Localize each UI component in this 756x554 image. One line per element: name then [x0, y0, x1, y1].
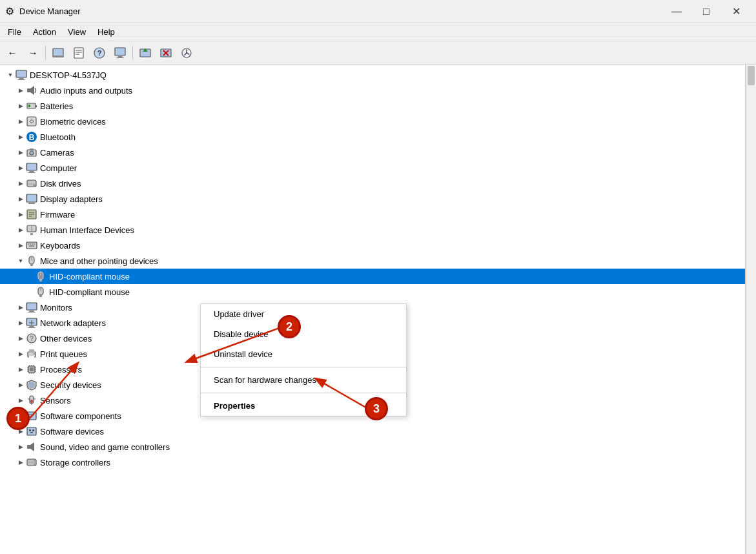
context-menu-sep-2: [201, 393, 406, 393]
cameras-expand: ▶: [15, 147, 26, 158]
svg-rect-99: [32, 429, 34, 431]
svg-marker-21: [30, 86, 34, 95]
context-menu-sep-1: [201, 367, 406, 367]
context-menu-update-driver[interactable]: Update driver: [201, 304, 406, 324]
device-tree[interactable]: ▼ DESKTOP-4L537JQ ▶ Audio inputs and: [0, 65, 746, 554]
tree-item-biometric[interactable]: ▶ Biometric devices: [0, 114, 745, 129]
svg-rect-90: [30, 400, 33, 403]
toolbar-device-list[interactable]: [110, 44, 130, 62]
svg-rect-57: [39, 280, 42, 282]
svg-rect-10: [116, 57, 124, 58]
svg-rect-74: [34, 353, 35, 354]
hid-icon: [26, 224, 37, 236]
sensors-label: Sensors: [40, 396, 71, 405]
tree-item-mice[interactable]: ▼ Mice and other pointing devices: [0, 253, 745, 269]
toolbar-back[interactable]: ←: [3, 44, 22, 62]
hid-mouse2-icon: [35, 286, 46, 298]
tree-item-keyboards[interactable]: ▶ Keyboards: [0, 238, 745, 253]
tree-item-storage[interactable]: ▶ Storage controllers: [0, 455, 745, 470]
annotation-2: 2: [278, 315, 301, 338]
svg-point-105: [34, 460, 35, 461]
svg-rect-20: [27, 88, 30, 92]
tree-item-audio[interactable]: ▶ Audio inputs and outputs: [0, 83, 745, 98]
menu-file[interactable]: File: [3, 25, 26, 39]
print-label: Print queues: [40, 349, 87, 359]
tree-item-sw-devices[interactable]: ▶ Software devices: [0, 424, 745, 439]
hid-mouse2-expand: [28, 287, 35, 297]
tree-item-sound[interactable]: ▶ Sound, video and game controllers: [0, 439, 745, 455]
toolbar: ← → ?: [0, 41, 756, 65]
context-menu-uninstall[interactable]: Uninstall device: [201, 344, 406, 364]
toolbar-drivers[interactable]: [69, 44, 88, 62]
annotation-1: 1: [6, 407, 30, 430]
menu-action[interactable]: Action: [28, 25, 61, 39]
print-expand: ▶: [15, 349, 26, 359]
window-controls: — □ ✕: [662, 2, 751, 21]
other-label: Other devices: [40, 334, 92, 344]
tree-item-cameras[interactable]: ▶ Cameras: [0, 145, 745, 160]
title-bar: ⚙ Device Manager — □ ✕: [0, 0, 756, 23]
toolbar-uninstall[interactable]: [156, 44, 176, 62]
monitors-icon: [26, 302, 37, 313]
toolbar-help[interactable]: ?: [90, 44, 109, 62]
monitors-label: Monitors: [40, 303, 72, 313]
context-menu-scan[interactable]: Scan for hardware changes: [201, 370, 406, 390]
monitors-expand: ▶: [15, 302, 26, 313]
scrollbar[interactable]: [746, 65, 756, 554]
toolbar-forward[interactable]: →: [23, 44, 43, 62]
network-label: Network adapters: [40, 318, 106, 328]
tree-item-batteries[interactable]: ▶ Batteries: [0, 98, 745, 114]
sw-devices-label: Software devices: [40, 427, 104, 436]
svg-rect-9: [117, 56, 123, 57]
svg-point-29: [30, 151, 34, 155]
cameras-icon: [26, 147, 37, 158]
svg-rect-37: [26, 194, 37, 202]
tree-item-hid[interactable]: ▶ Human Interface Devices: [0, 222, 745, 238]
sw-components-label: Software components: [40, 411, 121, 421]
hid-mouse1-icon: [35, 271, 46, 282]
network-icon: [26, 317, 37, 329]
root-computer-icon: [15, 69, 27, 81]
svg-text:?: ?: [30, 335, 34, 342]
keyboards-label: Keyboards: [40, 241, 80, 251]
sound-label: Sound, video and game controllers: [40, 442, 170, 452]
toolbar-update[interactable]: [136, 44, 155, 62]
bluetooth-expand: ▶: [15, 132, 26, 142]
close-button[interactable]: ✕: [721, 2, 751, 21]
context-menu-disable[interactable]: Disable device: [201, 324, 406, 344]
tree-item-display[interactable]: ▶ Display adapters: [0, 191, 745, 207]
tree-item-disk[interactable]: ▶ Disk drives: [0, 176, 745, 191]
toolbar-scan[interactable]: [177, 44, 196, 62]
maximize-button[interactable]: □: [691, 2, 721, 21]
svg-rect-2: [74, 48, 83, 58]
svg-point-36: [34, 185, 36, 187]
display-expand: ▶: [15, 194, 26, 204]
menu-help[interactable]: Help: [92, 25, 120, 39]
other-icon: ?: [26, 333, 37, 344]
tree-item-hid-mouse-1[interactable]: HID-compliant mouse: [0, 269, 745, 284]
svg-rect-65: [29, 326, 34, 327]
tree-item-computer[interactable]: ▶ Computer: [0, 160, 745, 176]
keyboards-icon: [26, 240, 37, 251]
storage-label: Storage controllers: [40, 458, 110, 467]
display-label: Display adapters: [40, 194, 103, 204]
audio-expand: ▶: [15, 85, 26, 96]
tree-item-hid-mouse-2[interactable]: HID-compliant mouse: [0, 284, 745, 300]
keyboards-expand: ▶: [15, 240, 26, 251]
minimize-button[interactable]: —: [662, 2, 691, 21]
svg-rect-100: [30, 432, 33, 433]
svg-rect-30: [30, 149, 34, 150]
tree-item-firmware[interactable]: ▶ Firmware: [0, 207, 745, 222]
print-icon: [26, 348, 37, 360]
svg-point-106: [34, 464, 35, 465]
tree-item-bluetooth[interactable]: ▶ B Bluetooth: [0, 129, 745, 145]
tree-root[interactable]: ▼ DESKTOP-4L537JQ: [0, 67, 745, 83]
toolbar-properties[interactable]: [48, 44, 68, 62]
sound-icon: [26, 441, 37, 453]
svg-text:B: B: [29, 133, 35, 142]
svg-rect-62: [29, 311, 34, 312]
menu-view[interactable]: View: [63, 25, 91, 39]
firmware-label: Firmware: [40, 210, 75, 220]
svg-rect-24: [28, 105, 30, 107]
svg-rect-66: [28, 327, 36, 328]
